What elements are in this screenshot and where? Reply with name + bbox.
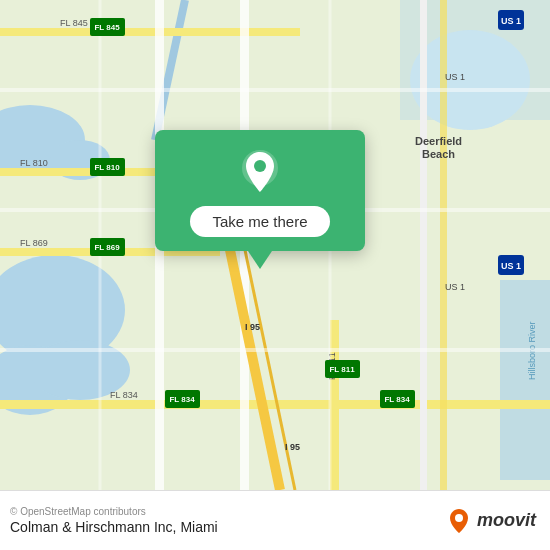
svg-text:FL 810: FL 810 [20, 158, 48, 168]
svg-text:FL 810: FL 810 [94, 163, 120, 172]
moovit-label: moovit [477, 510, 536, 531]
take-me-there-button[interactable]: Take me there [190, 206, 329, 237]
location-popup: Take me there [155, 130, 365, 251]
svg-text:US 1: US 1 [445, 72, 465, 82]
bottom-bar-left: © OpenStreetMap contributors Colman & Hi… [10, 506, 218, 535]
svg-text:FL 834: FL 834 [384, 395, 410, 404]
svg-point-56 [254, 160, 266, 172]
svg-text:FL 845: FL 845 [94, 23, 120, 32]
svg-text:Deerfield: Deerfield [415, 135, 462, 147]
map-view: FL 845 FL 810 FL 869 FL 834 FL 834 FL 81… [0, 0, 550, 490]
moovit-logo: moovit [445, 507, 536, 535]
svg-text:US 1: US 1 [445, 282, 465, 292]
svg-text:I 95: I 95 [245, 322, 260, 332]
svg-text:FL 869: FL 869 [94, 243, 120, 252]
copyright-text: © OpenStreetMap contributors [10, 506, 218, 517]
svg-point-8 [410, 30, 530, 130]
svg-text:FL 845: FL 845 [60, 18, 88, 28]
svg-rect-6 [500, 280, 550, 480]
svg-text:FL 811: FL 811 [329, 365, 355, 374]
moovit-pin-icon [445, 507, 473, 535]
location-pin-icon [236, 148, 284, 196]
svg-text:Beach: Beach [422, 148, 455, 160]
svg-text:I 95: I 95 [285, 442, 300, 452]
svg-text:FL 834: FL 834 [110, 390, 138, 400]
svg-rect-10 [0, 28, 300, 36]
svg-text:US 1: US 1 [501, 16, 521, 26]
bottom-bar: © OpenStreetMap contributors Colman & Hi… [0, 490, 550, 550]
location-name: Colman & Hirschmann Inc, Miami [10, 519, 218, 535]
svg-point-57 [455, 514, 463, 522]
svg-rect-23 [420, 0, 427, 490]
svg-text:FL 834: FL 834 [169, 395, 195, 404]
svg-text:FL 869: FL 869 [20, 238, 48, 248]
svg-text:US 1: US 1 [501, 261, 521, 271]
